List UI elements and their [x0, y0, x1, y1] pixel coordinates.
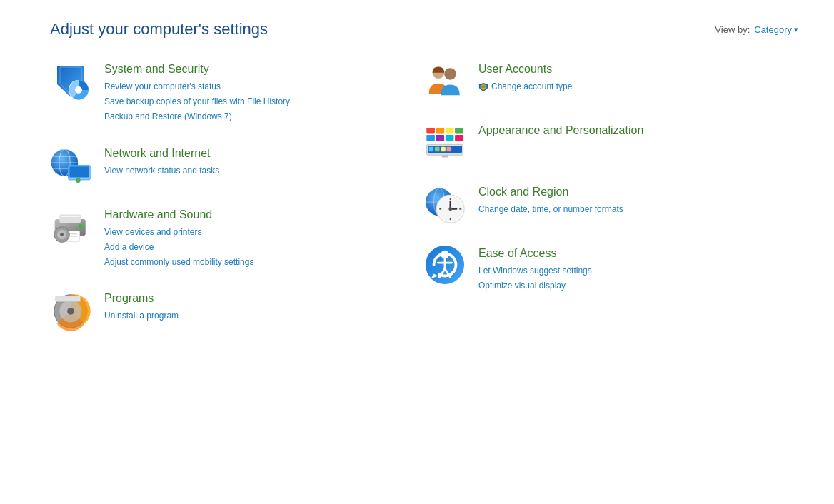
svg-point-59: [448, 207, 452, 211]
appearance-title[interactable]: Appearance and Personalization: [478, 124, 643, 137]
svg-rect-47: [442, 155, 448, 157]
category-hardware-sound: Hardware and Sound View devices and prin…: [50, 206, 424, 270]
page-title: Adjust your computer's settings: [50, 20, 268, 39]
svg-rect-27: [56, 296, 81, 302]
appearance-text: Appearance and Personalization: [478, 121, 643, 140]
ease-of-access-link-1[interactable]: Let Windows suggest settings: [478, 264, 592, 278]
system-security-link-2[interactable]: Save backup copies of your files with Fi…: [104, 95, 290, 109]
svg-rect-37: [426, 135, 435, 141]
clock-region-link-1[interactable]: Change date, time, or number formats: [478, 203, 623, 216]
programs-link-1[interactable]: Uninstall a program: [104, 309, 179, 323]
category-appearance: Appearance and Personalization: [424, 121, 798, 163]
clock-region-title[interactable]: Clock and Region: [478, 186, 623, 198]
svg-rect-44: [435, 147, 440, 152]
ease-of-access-link-2[interactable]: Optimize visual display: [478, 279, 592, 293]
page-header: Adjust your computer's settings View by:…: [0, 0, 834, 53]
left-column: System and Security Review your computer…: [50, 60, 424, 331]
right-column: User Accounts Change account type: [424, 60, 798, 331]
svg-rect-14: [61, 216, 80, 217]
category-user-accounts: User Accounts Change account type: [424, 60, 798, 101]
category-network-internet: Network and Internet View network status…: [50, 144, 424, 186]
svg-rect-43: [429, 147, 434, 152]
system-security-link-3[interactable]: Backup and Restore (Windows 7): [104, 110, 290, 124]
system-security-text: System and Security Review your computer…: [104, 60, 290, 124]
system-security-title[interactable]: System and Security: [104, 63, 290, 76]
svg-point-18: [79, 223, 84, 228]
system-security-icon: [50, 60, 91, 101]
network-internet-link-1[interactable]: View network status and tasks: [104, 164, 219, 178]
programs-icon: [50, 289, 91, 331]
svg-rect-38: [436, 135, 445, 141]
category-clock-region: Clock and Region Change date, time, or n…: [424, 183, 798, 224]
hardware-sound-icon: [50, 206, 91, 247]
hardware-sound-title[interactable]: Hardware and Sound: [104, 208, 253, 221]
category-system-security: System and Security Review your computer…: [50, 60, 424, 124]
ease-of-access-icon: [424, 244, 466, 286]
network-internet-text: Network and Internet View network status…: [104, 144, 219, 178]
svg-point-29: [444, 68, 456, 80]
svg-point-21: [60, 233, 64, 236]
view-by-label: View by:: [715, 24, 750, 35]
ease-of-access-title[interactable]: Ease of Access: [478, 247, 592, 260]
category-programs: Programs Uninstall a program: [50, 289, 424, 331]
hardware-sound-text: Hardware and Sound View devices and prin…: [104, 206, 253, 270]
svg-rect-39: [446, 135, 454, 141]
svg-rect-45: [441, 147, 446, 152]
svg-rect-33: [426, 128, 435, 133]
user-accounts-text: User Accounts Change account type: [478, 60, 572, 94]
view-by-dropdown[interactable]: Category: [754, 24, 798, 35]
svg-rect-10: [69, 166, 89, 177]
svg-point-26: [67, 308, 74, 315]
ease-of-access-text: Ease of Access Let Windows suggest setti…: [478, 244, 592, 293]
user-accounts-title[interactable]: User Accounts: [478, 63, 572, 76]
svg-rect-40: [455, 135, 463, 141]
hardware-sound-link-1[interactable]: View devices and printers: [104, 226, 253, 239]
hardware-sound-link-2[interactable]: Add a device: [104, 241, 253, 254]
svg-rect-32: [481, 85, 485, 88]
svg-point-11: [76, 178, 81, 183]
svg-rect-34: [436, 128, 445, 133]
main-content: System and Security Review your computer…: [0, 53, 834, 352]
view-by-control: View by: Category: [715, 24, 798, 35]
appearance-icon: [424, 121, 466, 163]
clock-region-icon: [424, 183, 466, 224]
user-accounts-icon: [424, 60, 466, 101]
programs-title[interactable]: Programs: [104, 292, 179, 305]
shield-link-icon: [478, 82, 488, 92]
category-ease-of-access: Ease of Access Let Windows suggest setti…: [424, 244, 798, 293]
svg-rect-35: [446, 128, 454, 133]
svg-rect-46: [446, 147, 451, 152]
user-accounts-link-1[interactable]: Change account type: [491, 80, 572, 94]
network-internet-title[interactable]: Network and Internet: [104, 147, 219, 160]
clock-region-text: Clock and Region Change date, time, or n…: [478, 183, 623, 216]
system-security-link-1[interactable]: Review your computer's status: [104, 80, 290, 94]
programs-text: Programs Uninstall a program: [104, 289, 179, 323]
network-internet-icon: [50, 144, 91, 186]
svg-rect-36: [455, 128, 463, 133]
svg-point-3: [75, 86, 82, 94]
hardware-sound-link-3[interactable]: Adjust commonly used mobility settings: [104, 256, 253, 269]
